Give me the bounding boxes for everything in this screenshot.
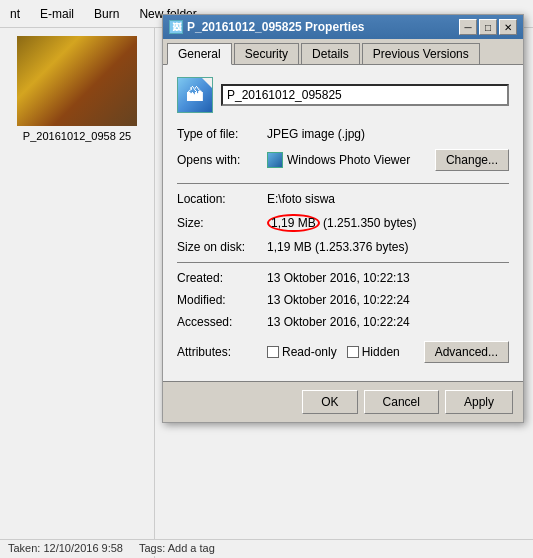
size-label: Size: — [177, 216, 267, 230]
type-label: Type of file: — [177, 127, 267, 141]
dialog-footer: OK Cancel Apply — [163, 381, 523, 422]
attributes-row: Attributes: Read-only Hidden Advanced... — [177, 341, 509, 363]
type-value: JPEG image (.jpg) — [267, 127, 509, 141]
accessed-label: Accessed: — [177, 315, 267, 329]
accessed-value: 13 Oktober 2016, 10:22:24 — [267, 315, 509, 329]
hidden-checkbox-item[interactable]: Hidden — [347, 345, 400, 359]
properties-dialog: 🖼 P_20161012_095825 Properties ─ □ ✕ Gen… — [162, 14, 524, 423]
size-disk-label: Size on disk: — [177, 240, 267, 254]
hidden-checkbox[interactable] — [347, 346, 359, 358]
cancel-button[interactable]: Cancel — [364, 390, 439, 414]
modified-label: Modified: — [177, 293, 267, 307]
size-disk-row: Size on disk: 1,19 MB (1.253.376 bytes) — [177, 240, 509, 254]
size-row: Size: 1,19 MB (1.251.350 bytes) — [177, 214, 509, 232]
status-bar: Taken: 12/10/2016 9:58 Tags: Add a tag — [0, 539, 533, 556]
divider-2 — [177, 262, 509, 263]
size-highlight: 1,19 MB — [267, 214, 320, 232]
ok-button[interactable]: OK — [302, 390, 357, 414]
modified-value: 13 Oktober 2016, 10:22:24 — [267, 293, 509, 307]
tab-content-general: 🏔 Type of file: JPEG image (.jpg) Opens … — [163, 65, 523, 373]
dialog-titlebar: 🖼 P_20161012_095825 Properties ─ □ ✕ — [163, 15, 523, 39]
file-name-input[interactable] — [221, 84, 509, 106]
bg-sidebar: P_20161012_0958 25 — [0, 28, 155, 558]
maximize-button[interactable]: □ — [479, 19, 497, 35]
location-row: Location: E:\foto siswa — [177, 192, 509, 206]
modified-row: Modified: 13 Oktober 2016, 10:22:24 — [177, 293, 509, 307]
file-header: 🏔 — [177, 77, 509, 113]
tab-general[interactable]: General — [167, 43, 232, 65]
bg-toolbar-nt[interactable]: nt — [4, 5, 26, 23]
location-label: Location: — [177, 192, 267, 206]
advanced-button[interactable]: Advanced... — [424, 341, 509, 363]
thumbnail-label: P_20161012_0958 25 — [8, 130, 146, 142]
opens-with-app: Windows Photo Viewer — [287, 153, 410, 167]
opens-with-value: Windows Photo Viewer — [267, 152, 435, 168]
readonly-label: Read-only — [282, 345, 337, 359]
thumbnail-image — [17, 36, 137, 126]
app-icon — [267, 152, 283, 168]
created-value: 13 Oktober 2016, 10:22:13 — [267, 271, 509, 285]
readonly-checkbox-item[interactable]: Read-only — [267, 345, 337, 359]
accessed-row: Accessed: 13 Oktober 2016, 10:22:24 — [177, 315, 509, 329]
location-value: E:\foto siswa — [267, 192, 509, 206]
tabs-container: General Security Details Previous Versio… — [163, 39, 523, 65]
thumbnail-container — [17, 36, 137, 126]
file-type-icon: 🏔 — [177, 77, 213, 113]
type-row: Type of file: JPEG image (.jpg) — [177, 127, 509, 141]
tab-security[interactable]: Security — [234, 43, 299, 64]
readonly-checkbox[interactable] — [267, 346, 279, 358]
created-row: Created: 13 Oktober 2016, 10:22:13 — [177, 271, 509, 285]
attributes-label: Attributes: — [177, 345, 267, 359]
change-button[interactable]: Change... — [435, 149, 509, 171]
opens-with-row: Opens with: Windows Photo Viewer Change.… — [177, 149, 509, 171]
dialog-title-text: P_20161012_095825 Properties — [187, 20, 364, 34]
tab-details[interactable]: Details — [301, 43, 360, 64]
size-value: 1,19 MB (1.251.350 bytes) — [267, 214, 509, 232]
tab-previous-versions[interactable]: Previous Versions — [362, 43, 480, 64]
attributes-values: Read-only Hidden Advanced... — [267, 341, 509, 363]
minimize-button[interactable]: ─ — [459, 19, 477, 35]
size-disk-value: 1,19 MB (1.253.376 bytes) — [267, 240, 509, 254]
hidden-label: Hidden — [362, 345, 400, 359]
bg-toolbar-burn[interactable]: Burn — [88, 5, 125, 23]
close-button[interactable]: ✕ — [499, 19, 517, 35]
created-label: Created: — [177, 271, 267, 285]
bg-toolbar-email[interactable]: E-mail — [34, 5, 80, 23]
size-rest: (1.251.350 bytes) — [320, 216, 417, 230]
status-taken: Taken: 12/10/2016 9:58 — [8, 542, 123, 554]
divider-1 — [177, 183, 509, 184]
dialog-title-icon: 🖼 — [169, 20, 183, 34]
apply-button[interactable]: Apply — [445, 390, 513, 414]
dialog-controls: ─ □ ✕ — [459, 19, 517, 35]
status-tags: Tags: Add a tag — [139, 542, 215, 554]
dialog-title: 🖼 P_20161012_095825 Properties — [169, 20, 364, 34]
opens-with-label: Opens with: — [177, 153, 267, 167]
